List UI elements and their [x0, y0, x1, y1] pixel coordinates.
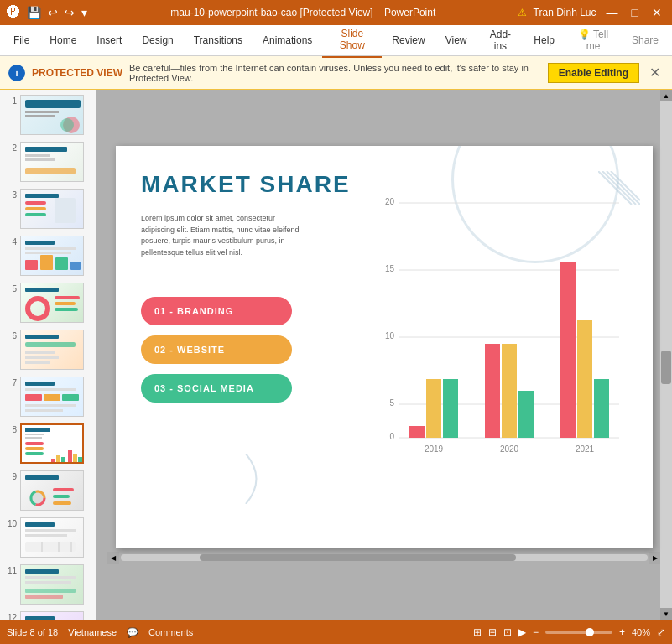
undo-button[interactable]: ↩ — [46, 4, 60, 21]
close-button[interactable]: ✕ — [649, 6, 665, 19]
protected-view-close[interactable]: ✕ — [646, 65, 664, 80]
svg-rect-27 — [25, 342, 76, 347]
slide-thumb-7[interactable]: 7 — [3, 375, 92, 418]
thumb-svg-11 — [21, 565, 84, 605]
ribbon-tabs: File Home Insert Design Transitions Anim… — [0, 25, 672, 55]
tab-slideshow[interactable]: Slide Show — [322, 23, 382, 58]
slide-preview-7 — [20, 377, 84, 417]
slide-thumb-9[interactable]: 9 — [3, 469, 92, 512]
tab-insert[interactable]: Insert — [86, 29, 132, 51]
slide-thumb-6[interactable]: 6 — [3, 328, 92, 371]
h-scroll-track — [121, 554, 648, 561]
tab-file[interactable]: File — [3, 29, 39, 51]
status-bar-right: ⊞ ⊟ ⊡ ▶ − + 40% ⤢ — [473, 626, 665, 638]
save-button[interactable]: 💾 — [25, 4, 43, 21]
svg-rect-20 — [70, 262, 81, 270]
minimize-button[interactable]: — — [603, 6, 622, 19]
svg-rect-37 — [25, 409, 63, 412]
customize-button[interactable]: ▾ — [80, 4, 89, 21]
svg-rect-33 — [25, 394, 42, 401]
svg-rect-67 — [25, 581, 71, 584]
tab-animations[interactable]: Animations — [253, 29, 322, 51]
slide-description: Lorem ipsum dolor sit amet, consectetur … — [141, 213, 309, 258]
svg-rect-57 — [53, 501, 71, 505]
slide-number-5: 5 — [5, 283, 17, 293]
zoom-in-button[interactable]: + — [619, 626, 625, 638]
tab-transitions[interactable]: Transitions — [184, 29, 253, 51]
slide-panel[interactable]: 1 2 — [0, 90, 96, 620]
bar-2021-social — [594, 379, 609, 438]
svg-rect-42 — [25, 447, 44, 450]
tab-share[interactable]: Share — [622, 29, 669, 51]
bar-chart: 20 15 10 5 0 — [376, 163, 628, 465]
svg-rect-6 — [25, 154, 50, 157]
zoom-slider-thumb — [586, 628, 594, 636]
svg-rect-35 — [62, 394, 79, 401]
slide-thumb-11[interactable]: 11 — [3, 563, 92, 606]
scroll-down-button[interactable]: ▼ — [660, 608, 672, 620]
tab-design[interactable]: Design — [132, 29, 183, 51]
slide-thumb-5[interactable]: 5 — [3, 281, 92, 325]
slide-thumb-4[interactable]: 4 — [3, 234, 92, 278]
tab-help[interactable]: Help — [524, 29, 565, 51]
slide-number-8: 8 — [5, 423, 17, 434]
slide-thumb-3[interactable]: 3 — [3, 187, 92, 231]
h-scroll-thumb[interactable] — [200, 554, 516, 561]
tab-view[interactable]: View — [435, 29, 477, 51]
redo-button[interactable]: ↪ — [63, 4, 76, 21]
y-label-0: 0 — [389, 432, 394, 441]
tab-home[interactable]: Home — [39, 29, 86, 51]
tab-tellme[interactable]: 💡 Tell me — [565, 23, 622, 57]
scroll-up-button[interactable]: ▲ — [660, 90, 672, 101]
svg-rect-13 — [55, 198, 76, 223]
zoom-out-button[interactable]: − — [533, 626, 539, 638]
slide-canvas-area: ▲ ▼ — [96, 90, 672, 620]
slide-thumb-10[interactable]: 10 — [3, 516, 92, 559]
slide-thumb-1[interactable]: 1 — [3, 93, 92, 137]
slide-preview-11 — [20, 564, 84, 605]
enable-editing-button[interactable]: Enable Editing — [548, 63, 639, 83]
slide-preview-12 — [20, 611, 84, 620]
svg-rect-34 — [44, 394, 60, 401]
scroll-right-button[interactable]: ▶ — [649, 552, 661, 564]
slide-preview-1 — [20, 95, 84, 135]
thumb-svg-10 — [21, 518, 84, 558]
slide-thumb-2[interactable]: 2 — [3, 140, 92, 184]
zoom-slider[interactable] — [545, 631, 612, 634]
slide-sorter-button[interactable]: ⊟ — [488, 626, 497, 638]
bar-2021-website — [577, 320, 592, 438]
slide-thumb-12[interactable]: 12 — [3, 610, 92, 620]
slideshow-button[interactable]: ▶ — [518, 626, 526, 638]
reading-view-button[interactable]: ⊡ — [503, 626, 512, 638]
zoom-level: 40% — [632, 627, 650, 637]
svg-rect-47 — [68, 450, 72, 462]
slide-number-6: 6 — [5, 330, 17, 340]
title-bar-controls: ⚠ Tran Dinh Luc — □ ✕ — [518, 6, 665, 19]
svg-rect-17 — [25, 260, 38, 270]
svg-rect-2 — [25, 115, 55, 117]
scroll-left-button[interactable]: ◀ — [107, 552, 119, 564]
social-button: 03 - SOCIAL MEDIA — [141, 374, 292, 402]
warning-icon: ⚠ — [518, 7, 527, 18]
svg-rect-66 — [25, 576, 76, 579]
svg-rect-25 — [55, 308, 78, 311]
protected-view-bar: i PROTECTED VIEW Be careful—files from t… — [0, 56, 672, 90]
tab-review[interactable]: Review — [382, 29, 435, 51]
svg-rect-39 — [25, 434, 44, 435]
svg-rect-45 — [56, 455, 60, 462]
protected-message: Be careful—files from the Internet can c… — [129, 63, 541, 83]
deco-arrow — [225, 454, 267, 506]
bar-2020-branding — [485, 344, 500, 438]
slide-thumb-8[interactable]: 8 — [3, 422, 92, 465]
bar-2020-website — [502, 344, 517, 438]
social-label: 03 - SOCIAL MEDIA — [154, 383, 254, 393]
tab-addins[interactable]: Add-ins — [477, 23, 524, 57]
normal-view-button[interactable]: ⊞ — [473, 626, 482, 638]
vertical-scrollbar[interactable]: ▲ ▼ — [660, 90, 672, 620]
protected-label: PROTECTED VIEW — [32, 67, 122, 79]
fit-slide-button[interactable]: ⤢ — [657, 626, 665, 638]
slide-preview-8 — [20, 423, 84, 464]
horizontal-scrollbar[interactable]: ◀ ▶ — [107, 552, 661, 564]
svg-rect-19 — [55, 257, 68, 270]
maximize-button[interactable]: □ — [628, 6, 642, 19]
